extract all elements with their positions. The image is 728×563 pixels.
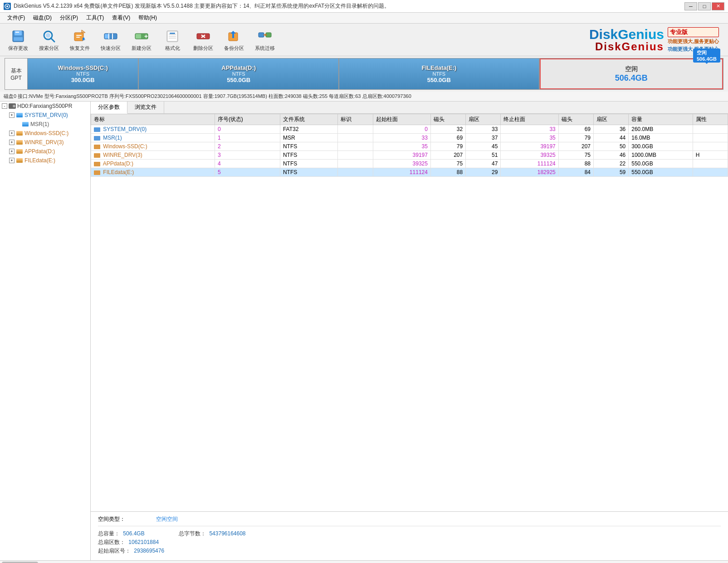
quick-partition-button[interactable]: 快速分区 <box>96 26 125 53</box>
menu-partition[interactable]: 分区(P) <box>56 13 82 23</box>
tree-filedata-expand[interactable]: + <box>9 158 15 163</box>
cell-attr <box>693 160 728 168</box>
partition-appdata-fs: NTFS <box>232 71 245 77</box>
tree-item-appdata[interactable]: + APPdata(D:) <box>0 147 90 156</box>
menu-disk[interactable]: 磁盘(D) <box>29 13 55 23</box>
tree-item-filedata[interactable]: + FILEdata(E:) <box>0 156 90 165</box>
backup-partition-button[interactable]: 备份分区 <box>220 26 249 53</box>
cell-size: 260.0MB <box>629 125 693 134</box>
format-label: 格式化 <box>165 45 180 51</box>
info-space-type-value: 空闲空间 <box>156 515 178 523</box>
svg-rect-45 <box>94 153 100 158</box>
menu-view[interactable]: 查看(V) <box>108 13 134 23</box>
free-size: 506.4GB <box>615 73 648 83</box>
cell-flag <box>338 160 373 168</box>
info-panel: 空间类型： 空闲空间 总容量： 506.4GB 总扇区数： 1062101884… <box>91 511 728 560</box>
tree-root-expand[interactable]: - <box>2 103 7 109</box>
menu-help[interactable]: 帮助(H) <box>135 13 161 23</box>
cell-attr <box>693 134 728 142</box>
col-header-num: 序号(状态) <box>215 114 280 125</box>
format-button[interactable]: 格式化 <box>158 26 187 53</box>
cell-attr <box>693 125 728 134</box>
tree-item-system-drv[interactable]: + SYSTEM_DRV(0) <box>0 111 90 120</box>
migrate-system-button[interactable]: 系统迁移 <box>250 26 279 53</box>
horizontal-scrollbar[interactable] <box>0 560 728 563</box>
scrollbar-thumb[interactable] <box>2 562 38 563</box>
info-bytes-row: 总字节数： 543796164608 <box>179 530 245 538</box>
table-row[interactable]: SYSTEM_DRV(0) 0 FAT32 0 32 33 33 69 36 2… <box>91 125 728 134</box>
tree-system-expand[interactable]: + <box>9 112 15 118</box>
partition-filedata-label: FILEdata(E:) <box>422 64 457 71</box>
tree-item-msr[interactable]: MSR(1) <box>0 120 90 129</box>
cell-name: FILEdata(E:) <box>91 168 215 177</box>
free-badge: 空闲506.4GB <box>693 49 720 63</box>
info-sectors-label: 总扇区数： <box>98 539 125 545</box>
partition-windows-ssd[interactable]: Windows-SSD(C:) NTFS 300.0GB <box>28 58 139 89</box>
new-partition-button[interactable]: + 新建分区 <box>127 26 156 53</box>
col-header-end-sec: 扇区 <box>594 114 629 125</box>
svg-rect-19 <box>136 34 141 39</box>
partition-filedata[interactable]: FILEdata(E:) NTFS 550.0GB <box>339 58 540 89</box>
menu-file[interactable]: 文件(F) <box>4 13 29 23</box>
svg-rect-39 <box>16 140 23 145</box>
cell-fs: NTFS <box>280 160 337 168</box>
new-partition-icon: + <box>133 28 150 44</box>
delete-partition-label: 删除分区 <box>193 45 213 51</box>
save-button[interactable]: 保存更改 <box>4 26 33 53</box>
tree-root[interactable]: - HD0:FanxiangS500PR <box>0 102 90 111</box>
info-group-right: 总字节数： 543796164608 <box>179 530 245 555</box>
cell-start-cyl: 33 <box>373 134 430 142</box>
partition-data-table: 卷标 序号(状态) 文件系统 标识 起始柱面 磁头 扇区 终止柱面 磁头 扇区 … <box>91 114 728 177</box>
backup-partition-icon <box>226 28 242 44</box>
partition-table-body: SYSTEM_DRV(0) 0 FAT32 0 32 33 33 69 36 2… <box>91 125 728 177</box>
menu-tools[interactable]: 工具(T) <box>83 13 107 23</box>
search-partition-button[interactable]: 搜索分区 <box>34 26 64 53</box>
partition-appdata[interactable]: APPdata(D:) NTFS 550.0GB <box>139 58 339 89</box>
tree-winre-expand[interactable]: + <box>9 140 15 145</box>
partition-table: 卷标 序号(状态) 文件系统 标识 起始柱面 磁头 扇区 终止柱面 磁头 扇区 … <box>91 114 728 218</box>
tab-browse-files[interactable]: 浏览文件 <box>127 102 164 113</box>
table-row[interactable]: WINRE_DRV(3) 3 NTFS 39197 207 51 39325 7… <box>91 151 728 160</box>
cell-start-sec: 33 <box>466 125 501 134</box>
tree-filedata-label: FILEdata(E:) <box>24 157 55 164</box>
cell-fs: NTFS <box>280 142 337 151</box>
brand-name: DiskGenius <box>589 28 664 41</box>
table-row[interactable]: Windows-SSD(C:) 2 NTFS 35 79 45 39197 20… <box>91 142 728 151</box>
menu-bar: 文件(F) 磁盘(D) 分区(P) 工具(T) 查看(V) 帮助(H) <box>0 13 728 24</box>
cell-start-cyl: 35 <box>373 142 430 151</box>
main-area: - HD0:FanxiangS500PR + SYSTEM_DRV(0) MSR… <box>0 102 728 560</box>
delete-partition-button[interactable]: 删除分区 <box>189 26 218 53</box>
title-left: DiskGenius V5.4.2.1239 x64 免费版(单文件PE版) 发… <box>4 2 390 10</box>
tree-windows-expand[interactable]: + <box>9 131 15 136</box>
tree-appdata-label: APPdata(D:) <box>24 148 55 155</box>
cell-num: 5 <box>215 168 280 177</box>
partition-appdata-size: 550.0GB <box>227 77 250 83</box>
tree-item-winre[interactable]: + WINRE_DRV(3) <box>0 138 90 147</box>
tab-partition-params[interactable]: 分区参数 <box>91 102 127 114</box>
tree-appdata-expand[interactable]: + <box>9 149 15 154</box>
partition-free[interactable]: 空闲506.4GB 空闲 506.4GB <box>540 58 723 89</box>
title-bar: DiskGenius V5.4.2.1239 x64 免费版(单文件PE版) 发… <box>0 0 728 13</box>
minimize-button[interactable]: ─ <box>684 2 697 10</box>
col-header-name: 卷标 <box>91 114 215 125</box>
table-row[interactable]: MSR(1) 1 MSR 33 69 37 35 79 44 16.0MB <box>91 134 728 142</box>
recover-file-button[interactable]: 恢复文件 <box>65 26 94 53</box>
cell-fs: NTFS <box>280 151 337 160</box>
cell-end-sec: 36 <box>594 125 629 134</box>
svg-rect-41 <box>16 158 23 163</box>
search-partition-icon <box>41 28 57 44</box>
cell-name: Windows-SSD(C:) <box>91 142 215 151</box>
table-row[interactable]: APPdata(D:) 4 NTFS 39325 75 47 111124 88… <box>91 160 728 168</box>
cell-start-cyl: 39197 <box>373 151 430 160</box>
tree-item-windows-ssd[interactable]: + Windows-SSD(C:) <box>0 129 90 138</box>
cell-end-head: 207 <box>558 142 593 151</box>
cell-name: MSR(1) <box>91 134 215 142</box>
partition-icon-windows <box>16 130 23 137</box>
col-header-end-cyl: 终止柱面 <box>501 114 558 125</box>
maximize-button[interactable]: □ <box>698 2 711 10</box>
table-row[interactable]: FILEdata(E:) 5 NTFS 111124 88 29 182925 … <box>91 168 728 177</box>
save-icon <box>10 28 26 44</box>
close-button[interactable]: ✕ <box>712 2 724 10</box>
title-text: DiskGenius V5.4.2.1239 x64 免费版(单文件PE版) 发… <box>14 2 390 10</box>
migrate-icon <box>257 28 273 44</box>
